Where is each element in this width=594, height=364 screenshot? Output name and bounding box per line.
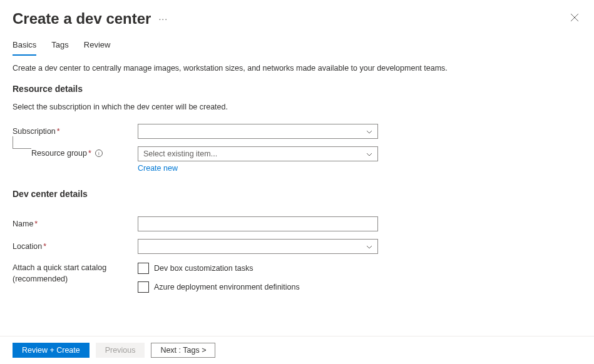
catalog-label: Attach a quick start catalog (recommende… (13, 263, 138, 285)
resource-group-select[interactable]: Select existing item... (138, 146, 378, 161)
devbox-customization-checkbox[interactable] (138, 263, 149, 274)
azure-deployment-checkbox[interactable] (138, 281, 149, 293)
ellipsis-icon: ··· (158, 14, 168, 24)
info-icon[interactable]: i (95, 149, 103, 157)
previous-button[interactable]: Previous (96, 343, 145, 358)
intro-text: Create a dev center to centrally manage … (13, 64, 581, 73)
tab-review[interactable]: Review (84, 40, 111, 56)
review-create-button[interactable]: Review + Create (13, 343, 90, 358)
chevron-down-icon (366, 127, 372, 136)
resource-group-label: Resource group* (31, 149, 91, 158)
location-label: Location* (13, 242, 138, 251)
page-title: Create a dev center (13, 10, 151, 28)
resource-details-hint: Select the subscription in which the dev… (13, 103, 581, 111)
chevron-down-icon (366, 149, 372, 158)
next-button[interactable]: Next : Tags > (151, 343, 215, 358)
devbox-customization-label: Dev box customization tasks (154, 264, 253, 273)
location-select[interactable] (138, 239, 378, 254)
footer-bar: Review + Create Previous Next : Tags > (0, 336, 594, 364)
name-input[interactable] (138, 216, 378, 231)
tab-basics[interactable]: Basics (13, 40, 36, 56)
subscription-select[interactable] (138, 124, 378, 139)
tree-connector (13, 136, 31, 149)
create-new-link[interactable]: Create new (138, 164, 378, 173)
devcenter-details-heading: Dev center details (13, 189, 581, 199)
name-label: Name* (13, 220, 138, 228)
resource-group-placeholder: Select existing item... (143, 149, 217, 158)
subscription-label: Subscription* (13, 127, 138, 136)
chevron-down-icon (366, 242, 372, 251)
close-button[interactable] (568, 11, 581, 27)
tab-bar: Basics Tags Review (0, 28, 594, 56)
close-icon (570, 13, 579, 22)
resource-details-heading: Resource details (13, 84, 581, 94)
tab-tags[interactable]: Tags (51, 40, 68, 56)
azure-deployment-label: Azure deployment environment definitions (154, 283, 300, 291)
